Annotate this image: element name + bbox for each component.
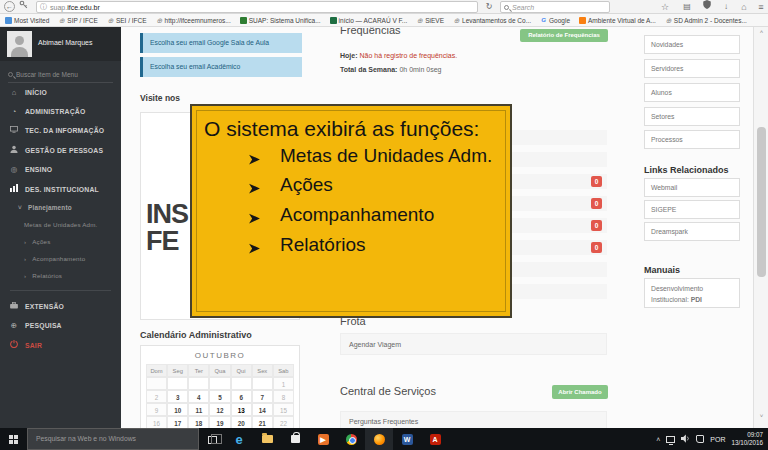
sidebar-item-administracao[interactable]: ◔ADMINISTRAÇÃO (0, 102, 121, 121)
sidebar-item-planejamento[interactable]: ˅Planejamento (0, 199, 121, 216)
refresh-icon[interactable]: ↻ (483, 0, 495, 14)
bookmark-item[interactable]: GGoogle (540, 17, 570, 24)
calendar-day: 19 (209, 416, 230, 428)
relatorio-frequencias-button[interactable]: Relatório de Frequências (520, 29, 608, 42)
perguntas-frequentes-row[interactable]: Perguntas Frequentes (340, 411, 607, 428)
sidebar-item-tec-informacao[interactable]: TEC. DA INFORMAÇÃO (0, 121, 121, 140)
library-icon[interactable]: ▤ (680, 0, 694, 14)
bookmark-item[interactable]: ⊕Levantamentos de Co... (453, 17, 531, 24)
bookmark-item[interactable]: ⊕http://ifceemnumeros... (156, 17, 231, 24)
taskbar-search-input[interactable]: Pesquisar na Web e no Windows (27, 428, 199, 450)
store-icon[interactable] (281, 428, 309, 450)
calendar-day: 9 (146, 403, 167, 416)
google-icon: G (540, 17, 547, 24)
abrir-chamado-button[interactable]: Abrir Chamado (552, 385, 608, 399)
calendar-day: 2 (146, 390, 167, 403)
back-button[interactable]: ← (4, 1, 15, 12)
link-sigepe[interactable]: SIGEPE (644, 200, 740, 219)
chrome-icon[interactable] (337, 428, 365, 450)
manual-pdi-link[interactable]: Desenvolvimento Institucional: PDI (644, 278, 740, 308)
calendar-weekday: Sab (273, 364, 294, 377)
file-explorer-icon[interactable] (253, 428, 281, 450)
speaker-icon[interactable] (681, 434, 690, 444)
action-center-icon[interactable] (696, 435, 704, 443)
menu-icon[interactable]: ≡ (754, 0, 768, 14)
quick-link-servidores[interactable]: Servidores (644, 59, 740, 78)
sidebar-item-des-institucional[interactable]: DES. INSTITUCIONAL (0, 179, 121, 199)
annotation-item: Metas de Unidades Adm. (248, 145, 498, 172)
sidebar-item-inicio[interactable]: ⌂INÍCIO (0, 83, 121, 102)
word-icon[interactable]: W (393, 428, 421, 450)
chevron-right-icon: › (24, 255, 26, 262)
annotation-callout: O sistema exibirá as funções: Metas de U… (190, 104, 512, 318)
sidebar-item-metas-unidades[interactable]: Metas de Unidades Adm. (0, 216, 121, 233)
language-indicator[interactable]: POR (710, 436, 725, 443)
calendar-day-today: 13 (231, 403, 252, 416)
bookmark-item[interactable]: SUAP: Sistema Unifica... (240, 17, 321, 24)
sidebar-item-gestao-pessoas[interactable]: GESTÃO DE PESSOAS (0, 140, 121, 160)
count-badge: 0 (591, 198, 602, 209)
sidebar-item-extensao[interactable]: EXTENSÃO (0, 297, 121, 316)
sidebar-item-sair[interactable]: SAIR (0, 335, 121, 355)
bookmark-item[interactable]: ⊕SIP / IFCE (58, 17, 98, 24)
scroll-down-icon[interactable]: ˅ (754, 413, 768, 419)
start-button[interactable] (0, 428, 27, 450)
site-info-icon[interactable]: ⓘ (40, 2, 47, 12)
edge-icon[interactable]: e (225, 428, 253, 450)
user-header[interactable]: Abimael Marques (0, 27, 121, 61)
sidebar-item-ensino[interactable]: ◎ENSINO (0, 160, 121, 179)
bookmark-item[interactable]: início — ACARAÚ V F... (330, 17, 408, 24)
tray-chevron-icon[interactable]: ˄ (656, 436, 660, 443)
quick-link-novidades[interactable]: Novidades (644, 35, 740, 54)
download-icon[interactable]: ↓ (719, 0, 733, 14)
link-webmail[interactable]: Webmail (644, 178, 740, 197)
bookmark-item[interactable]: Most Visited (5, 17, 49, 24)
task-view-button[interactable] (199, 430, 225, 448)
search-icon (8, 72, 13, 77)
bookmark-star-icon[interactable]: ☆ (658, 0, 672, 14)
agendar-viagem-row[interactable]: Agendar Viagem (340, 333, 607, 355)
link-dreamspark[interactable]: Dreamspark (644, 222, 740, 241)
network-icon[interactable] (666, 436, 675, 443)
bookmark-item[interactable]: Ambiente Virtual de A... (579, 17, 656, 24)
calendar-day: 15 (273, 403, 294, 416)
sidebar-item-relatorios[interactable]: ›Relatórios (0, 267, 121, 284)
quick-link-processos[interactable]: Processos (644, 130, 740, 149)
alert-email-academico[interactable]: Escolha seu email Acadêmico (140, 57, 302, 77)
calendar-day (146, 377, 167, 390)
shield-icon[interactable] (700, 0, 714, 14)
clock[interactable]: 09:07 13/10/2016 (731, 431, 763, 447)
acrobat-icon[interactable]: A (421, 428, 449, 450)
bookmark-item[interactable]: ⊕SD Admin 2 - Docentes... (665, 17, 747, 24)
sidebar-item-pesquisa[interactable]: ⊕PESQUISA (0, 316, 121, 335)
bookmark-item[interactable]: ⊕SEI / IFCE (107, 17, 147, 24)
browser-search-input[interactable]: Search (500, 1, 610, 13)
windows-taskbar: Pesquisar na Web e no Windows e ▶ W A ˄ … (0, 428, 768, 450)
sidebar-item-acoes[interactable]: ›Ações (0, 233, 121, 250)
bookmark-favicon (240, 17, 247, 24)
annotation-item: Ações (248, 174, 498, 201)
firefox-icon[interactable] (365, 428, 393, 450)
sidebar-item-acompanhamento[interactable]: ›Acompanhamento (0, 250, 121, 267)
poster-text: INSFE (146, 201, 188, 255)
calendar-weekday: Dom (146, 364, 167, 377)
globe-icon: ⊕ (107, 17, 114, 24)
calendar-day: 6 (231, 390, 252, 403)
frequencias-total: Total da Semana: 0h 0min 0seg (340, 66, 441, 73)
chevron-right-icon: › (24, 272, 26, 279)
quick-link-alunos[interactable]: Alunos (644, 83, 740, 102)
bookmark-item[interactable]: ⊕SiEVE (416, 17, 444, 24)
user-icon (9, 145, 19, 155)
scroll-up-icon[interactable]: ˄ (754, 29, 768, 35)
media-player-icon[interactable]: ▶ (309, 428, 337, 450)
key-icon[interactable] (15, 0, 31, 14)
url-bar[interactable]: ⓘ suap.ifce.edu.br (36, 1, 478, 13)
alert-email-google[interactable]: Escolha seu email Google Sala de Aula (140, 33, 302, 53)
scrollbar-thumb[interactable] (757, 127, 766, 277)
page-scrollbar[interactable]: ˄ ˅ (753, 27, 768, 428)
bookmark-favicon (330, 17, 337, 24)
annotation-title: O sistema exibirá as funções: (204, 116, 498, 142)
home-icon[interactable]: ⌂ (737, 0, 751, 14)
quick-link-setores[interactable]: Setores (644, 107, 740, 126)
menu-search-input[interactable]: Buscar Item de Menu (8, 71, 113, 83)
